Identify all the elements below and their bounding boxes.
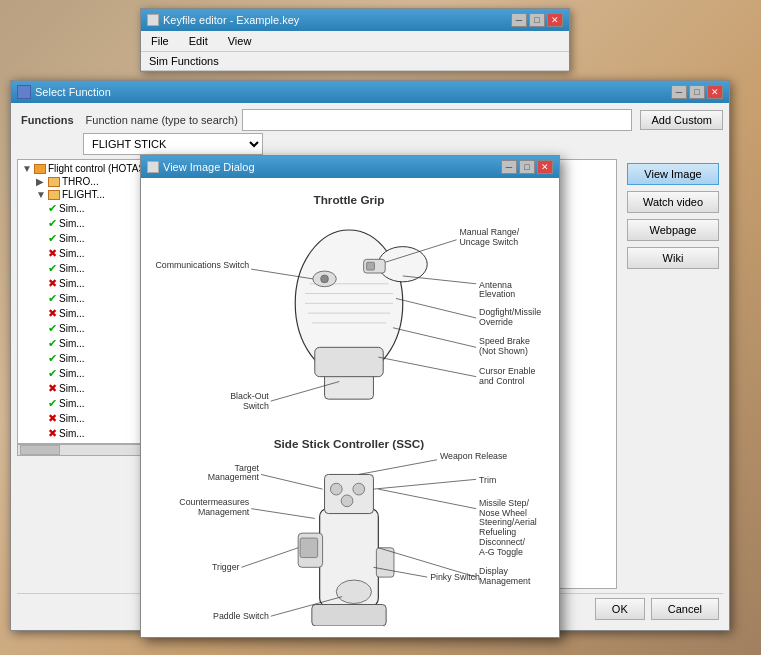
svg-rect-12 <box>315 347 383 376</box>
check-icon-green: ✔ <box>48 202 57 215</box>
svg-rect-8 <box>367 262 375 270</box>
check-icon-red: ✖ <box>48 277 57 290</box>
view-image-button[interactable]: View Image <box>627 163 719 185</box>
svg-text:Paddle Switch: Paddle Switch <box>213 611 269 621</box>
svg-text:Management: Management <box>479 576 531 586</box>
svg-text:Weapon Release: Weapon Release <box>440 451 507 461</box>
keyfile-close-btn[interactable]: ✕ <box>547 13 563 27</box>
vid-titlebar-controls[interactable]: ─ □ ✕ <box>501 160 553 174</box>
svg-text:Dogfight/Missile: Dogfight/Missile <box>479 307 541 317</box>
check-icon-red: ✖ <box>48 427 57 440</box>
keyfile-menubar: File Edit View <box>141 31 569 52</box>
tree-label: Sim... <box>59 353 85 364</box>
sf-dropdown-row: FLIGHT STICK <box>17 133 723 155</box>
cancel-button[interactable]: Cancel <box>651 598 719 620</box>
vid-title: View Image Dialog <box>163 161 255 173</box>
sf-titlebar-controls[interactable]: ─ □ ✕ <box>671 85 723 99</box>
throttle-title: Throttle Grip <box>314 193 385 206</box>
folder-icon <box>48 177 60 187</box>
search-input[interactable] <box>242 109 633 131</box>
sf-top-controls: Functions Function name (type to search)… <box>17 109 723 131</box>
svg-point-10 <box>321 275 329 283</box>
keyfile-editor-window: Keyfile editor - Example.key ─ □ ✕ File … <box>140 8 570 72</box>
svg-line-54 <box>241 548 298 568</box>
sf-hscroll-thumb[interactable] <box>20 445 60 455</box>
svg-text:Cursor Enable: Cursor Enable <box>479 366 535 376</box>
expand-icon[interactable]: ▼ <box>36 189 46 200</box>
svg-line-51 <box>251 509 315 519</box>
svg-line-24 <box>393 328 476 348</box>
svg-text:(Not Shown): (Not Shown) <box>479 346 528 356</box>
svg-rect-43 <box>376 548 394 577</box>
check-icon-red: ✖ <box>48 412 57 425</box>
tree-label: Sim... <box>59 398 85 409</box>
check-icon-red: ✖ <box>48 382 57 395</box>
webpage-button[interactable]: Webpage <box>627 219 719 241</box>
ok-button[interactable]: OK <box>595 598 645 620</box>
svg-text:Nose Wheel: Nose Wheel <box>479 508 527 518</box>
check-icon-red: ✖ <box>48 307 57 320</box>
svg-line-46 <box>373 479 476 489</box>
svg-text:Countermeasures: Countermeasures <box>179 497 250 507</box>
sf-titlebar-left: Select Function <box>17 85 111 99</box>
keyfile-menu-edit[interactable]: Edit <box>185 33 212 49</box>
svg-text:Override: Override <box>479 317 513 327</box>
svg-text:Black-Out: Black-Out <box>230 391 269 401</box>
svg-text:Elevation: Elevation <box>479 289 515 299</box>
check-icon-green: ✔ <box>48 367 57 380</box>
keyfile-minimize-btn[interactable]: ─ <box>511 13 527 27</box>
sf-close-btn[interactable]: ✕ <box>707 85 723 99</box>
check-icon-green: ✔ <box>48 262 57 275</box>
svg-text:Steering/Aerial: Steering/Aerial <box>479 517 537 527</box>
folder-icon <box>34 164 46 174</box>
watch-video-button[interactable]: Watch video <box>627 191 719 213</box>
keyfile-titlebar: Keyfile editor - Example.key ─ □ ✕ <box>141 9 569 31</box>
check-icon-green: ✔ <box>48 292 57 305</box>
svg-text:Management: Management <box>208 472 260 482</box>
expand-icon[interactable]: ▶ <box>36 176 46 187</box>
svg-text:Target: Target <box>235 463 260 473</box>
sf-search-area: Function name (type to search) <box>86 109 633 131</box>
svg-rect-36 <box>300 538 318 558</box>
hotas-diagram: Throttle Grip Communications Sw <box>149 186 549 626</box>
wiki-button[interactable]: Wiki <box>627 247 719 269</box>
svg-line-60 <box>378 489 476 509</box>
svg-line-27 <box>378 357 476 377</box>
svg-text:Management: Management <box>198 507 250 517</box>
tree-label: Sim... <box>59 278 85 289</box>
tree-label: Sim... <box>59 413 85 424</box>
svg-text:Missile Step/: Missile Step/ <box>479 498 529 508</box>
tree-label: Sim... <box>59 383 85 394</box>
keyfile-titlebar-left: Keyfile editor - Example.key <box>147 14 299 26</box>
expand-icon[interactable]: ▼ <box>22 163 32 174</box>
functions-dropdown[interactable]: FLIGHT STICK <box>83 133 263 155</box>
svg-rect-41 <box>312 604 386 626</box>
add-custom-button[interactable]: Add Custom <box>640 110 723 130</box>
keyfile-menu-file[interactable]: File <box>147 33 173 49</box>
check-icon-green: ✔ <box>48 217 57 230</box>
svg-line-44 <box>359 460 437 475</box>
keyfile-menu-view[interactable]: View <box>224 33 256 49</box>
check-icon-green: ✔ <box>48 352 57 365</box>
check-icon-green: ✔ <box>48 322 57 335</box>
svg-text:Communications Switch: Communications Switch <box>155 260 249 270</box>
svg-text:Trigger: Trigger <box>212 562 240 572</box>
svg-line-48 <box>261 474 323 489</box>
keyfile-icon <box>147 14 159 26</box>
tree-label: Sim... <box>59 308 85 319</box>
vid-minimize-btn[interactable]: ─ <box>501 160 517 174</box>
keyfile-titlebar-controls[interactable]: ─ □ ✕ <box>511 13 563 27</box>
vid-maximize-btn[interactable]: □ <box>519 160 535 174</box>
vid-icon <box>147 161 159 173</box>
view-image-dialog: View Image Dialog ─ □ ✕ Throttle Grip <box>140 155 560 638</box>
check-icon-green: ✔ <box>48 232 57 245</box>
sf-maximize-btn[interactable]: □ <box>689 85 705 99</box>
sim-functions-bar: Sim Functions <box>141 52 569 71</box>
tree-label: Sim... <box>59 323 85 334</box>
folder-icon <box>48 190 60 200</box>
keyfile-maximize-btn[interactable]: □ <box>529 13 545 27</box>
tree-label: Sim... <box>59 248 85 259</box>
sf-minimize-btn[interactable]: ─ <box>671 85 687 99</box>
vid-close-btn[interactable]: ✕ <box>537 160 553 174</box>
svg-text:Switch: Switch <box>243 401 269 411</box>
